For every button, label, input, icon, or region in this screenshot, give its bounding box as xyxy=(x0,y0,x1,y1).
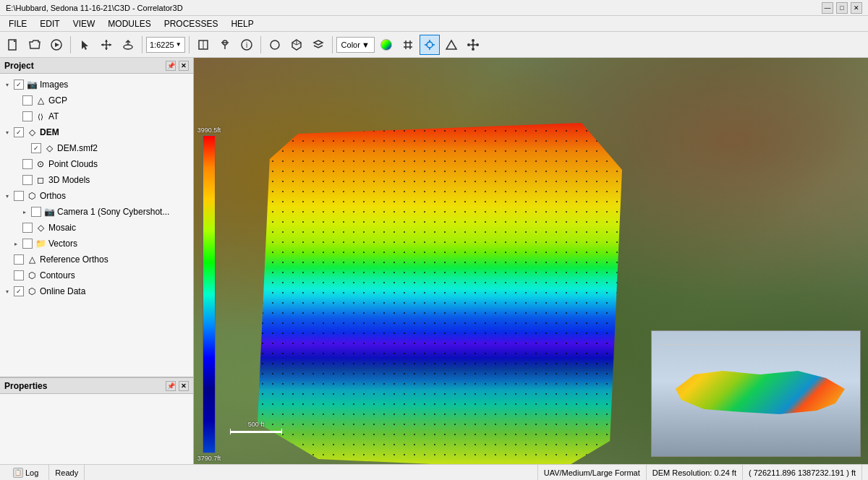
measure-tool[interactable] xyxy=(215,35,235,55)
prop-close-btn[interactable]: ✕ xyxy=(179,381,189,391)
resolution-label: DEM Resolution: 0.24 ft xyxy=(652,468,736,477)
color-dropdown[interactable]: Color ▼ xyxy=(336,37,375,53)
checkbox-camera1[interactable] xyxy=(31,207,41,217)
tree-item-gcp[interactable]: ▾ △ GCP xyxy=(0,93,193,108)
arrow-at: ▾ xyxy=(12,112,20,121)
minimap xyxy=(651,330,861,457)
prop-pin-btn[interactable]: 📌 xyxy=(166,381,176,391)
arrow-orthos: ▾ xyxy=(3,192,12,200)
scale-dropdown[interactable]: 1:6225 ▼ xyxy=(146,37,185,53)
map-scale: 500 ft xyxy=(230,421,282,435)
tree-item-orthos[interactable]: ▾ ⬡ Orthos xyxy=(0,188,193,204)
panel-pin-btn[interactable]: 📌 xyxy=(166,61,176,71)
label-dem: DEM xyxy=(40,127,59,137)
tree-item-camera1[interactable]: ▸ 📷 Camera 1 (Sony Cybershot... xyxy=(0,204,193,220)
svg-line-15 xyxy=(292,43,297,45)
icon-dem-smf2: ◇ xyxy=(43,142,55,154)
svg-marker-26 xyxy=(446,40,456,49)
icon-images: 📷 xyxy=(26,79,38,90)
label-orthos: Orthos xyxy=(40,191,66,201)
colorscale-gradient xyxy=(203,135,216,453)
run-button[interactable] xyxy=(46,35,67,55)
toolbar: 1:6225 ▼ i Color ▼ xyxy=(0,32,868,58)
colorscale-bottom-label: 3790.7ft xyxy=(197,455,221,462)
rotate3d-tool[interactable] xyxy=(118,35,138,55)
checkbox-mosaic[interactable] xyxy=(22,223,33,233)
icon-at: ⟨⟩ xyxy=(35,111,46,122)
crosshair-btn[interactable] xyxy=(420,35,440,55)
left-panel: Project 📌 ✕ ▾ 📷 Images ▾ △ xyxy=(0,58,194,464)
log-button[interactable]: 📋 Log xyxy=(9,465,43,480)
menu-file[interactable]: FILE xyxy=(3,17,33,30)
icon-mosaic: ◇ xyxy=(35,222,46,233)
svg-point-28 xyxy=(467,43,470,46)
menu-modules[interactable]: MODULES xyxy=(102,17,156,30)
checkbox-onlinedata[interactable] xyxy=(14,286,24,296)
resolution-status: DEM Resolution: 0.24 ft xyxy=(647,465,743,480)
open-button[interactable] xyxy=(25,35,45,55)
tree-item-refOrthos[interactable]: ▾ △ Reference Orthos xyxy=(0,252,193,267)
pan-tool[interactable] xyxy=(96,35,116,55)
tree-item-at[interactable]: ▾ ⟨⟩ AT xyxy=(0,108,193,124)
grid-btn[interactable] xyxy=(398,35,418,55)
menu-help[interactable]: HELP xyxy=(225,17,259,30)
checkbox-3dmodels[interactable] xyxy=(22,175,33,185)
select-tool[interactable] xyxy=(75,35,95,55)
arrow-dem: ▾ xyxy=(3,128,12,137)
checkbox-vectors[interactable] xyxy=(22,239,33,249)
tree-item-images[interactable]: ▾ 📷 Images xyxy=(0,77,193,93)
checkbox-images[interactable] xyxy=(14,80,24,90)
color-label: Color xyxy=(341,40,360,49)
menu-edit[interactable]: EDIT xyxy=(34,17,65,30)
svg-marker-2 xyxy=(55,43,59,47)
svg-point-29 xyxy=(476,43,479,46)
svg-point-31 xyxy=(472,48,475,51)
checkbox-pointclouds[interactable] xyxy=(22,159,33,169)
scale-value: 1:6225 xyxy=(150,40,174,49)
checkbox-dem-smf2[interactable] xyxy=(31,143,41,153)
colorscale-top-label: 3990.5ft xyxy=(197,127,221,134)
new-button[interactable] xyxy=(3,35,23,55)
triangle-btn[interactable] xyxy=(441,35,461,55)
menu-view[interactable]: VIEW xyxy=(67,17,101,30)
properties-panel-header: Properties 📌 ✕ xyxy=(0,378,193,394)
tree-item-pointclouds[interactable]: ▾ ⊙ Point Clouds xyxy=(0,156,193,172)
tree-item-vectors[interactable]: ▸ 📁 Vectors xyxy=(0,236,193,252)
checkbox-dem[interactable] xyxy=(14,127,24,137)
menu-processes[interactable]: PROCESSES xyxy=(158,17,224,30)
viewport[interactable]: 3990.5ft 3790.7ft 500 ft xyxy=(194,58,868,464)
extent-tool[interactable] xyxy=(193,35,213,55)
close-button[interactable]: ✕ xyxy=(851,2,862,14)
minimap-crossline xyxy=(659,344,853,345)
log-icon: 📋 xyxy=(13,468,23,478)
maximize-button[interactable]: □ xyxy=(836,2,848,14)
circle-tool[interactable] xyxy=(265,35,285,55)
arrow-contours: ▾ xyxy=(3,271,12,280)
checkbox-refOrthos[interactable] xyxy=(14,254,24,265)
separator-4 xyxy=(260,36,261,53)
tree-item-dem[interactable]: ▾ ◇ DEM xyxy=(0,124,193,140)
minimize-button[interactable]: — xyxy=(822,2,833,14)
tree-item-3dmodels[interactable]: ▾ ◻ 3D Models xyxy=(0,172,193,188)
tree-item-onlinedata[interactable]: ▾ ⬡ Online Data xyxy=(0,283,193,299)
layers-tool[interactable] xyxy=(308,35,328,55)
tree-item-mosaic[interactable]: ▾ ◇ Mosaic xyxy=(0,220,193,236)
panel-close-btn[interactable]: ✕ xyxy=(179,61,189,71)
main-area: Project 📌 ✕ ▾ 📷 Images ▾ △ xyxy=(0,58,868,464)
properties-content xyxy=(0,394,193,464)
tree-item-contours[interactable]: ▾ ⬡ Contours xyxy=(0,267,193,283)
coords-label: ( 726211.896 1387232.191 ) ft xyxy=(749,468,856,477)
format-status: UAV/Medium/Large Format xyxy=(538,465,647,480)
network-btn[interactable] xyxy=(463,35,483,55)
info-tool[interactable]: i xyxy=(237,35,257,55)
color-swatch-btn[interactable] xyxy=(376,35,396,55)
tree-item-dem-smf2[interactable]: ▾ ◇ DEM.smf2 xyxy=(0,140,193,156)
arrow-pointclouds: ▾ xyxy=(12,160,20,168)
checkbox-at[interactable] xyxy=(22,111,33,121)
separator-1 xyxy=(70,36,71,53)
cube-tool[interactable] xyxy=(286,35,307,55)
checkbox-orthos[interactable] xyxy=(14,191,24,201)
checkbox-gcp[interactable] xyxy=(22,95,33,106)
checkbox-contours[interactable] xyxy=(14,270,24,280)
label-camera1: Camera 1 (Sony Cybershot... xyxy=(57,207,169,217)
